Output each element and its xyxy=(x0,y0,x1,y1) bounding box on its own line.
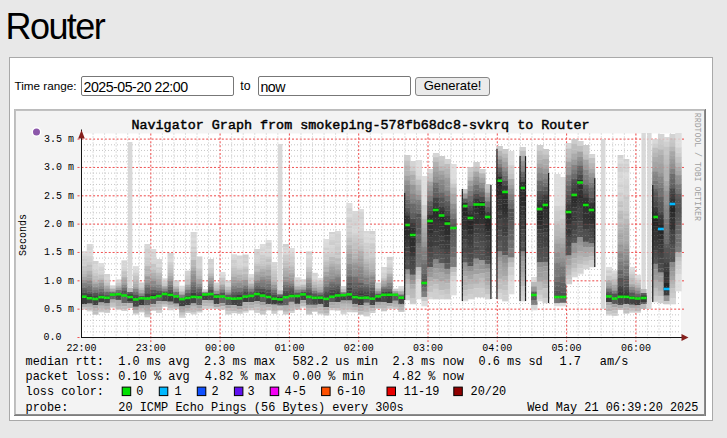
svg-text:0.10 % avg: 0.10 % avg xyxy=(118,370,189,384)
svg-text:6-10: 6-10 xyxy=(337,385,366,399)
svg-text:1.7: 1.7 xyxy=(560,355,581,369)
svg-text:2.0 m: 2.0 m xyxy=(44,219,74,230)
svg-text:2.3 ms now: 2.3 ms now xyxy=(393,355,465,369)
svg-text:3.0 m: 3.0 m xyxy=(44,162,74,173)
svg-text:02:00: 02:00 xyxy=(344,343,374,354)
svg-text:median rtt:: median rtt: xyxy=(26,355,105,369)
svg-text:0.6 ms sd: 0.6 ms sd xyxy=(479,355,543,369)
svg-text:am/s: am/s xyxy=(600,355,629,369)
svg-text:01:00: 01:00 xyxy=(274,343,304,354)
svg-text:0.00 % min: 0.00 % min xyxy=(293,370,364,384)
svg-text:1.0 m: 1.0 m xyxy=(44,276,74,287)
svg-text:4.82 % max: 4.82 % max xyxy=(205,370,276,384)
svg-text:3: 3 xyxy=(247,385,254,399)
svg-text:03:00: 03:00 xyxy=(413,343,443,354)
svg-text:2.3 ms max: 2.3 ms max xyxy=(204,355,275,369)
svg-text:1.0 ms avg: 1.0 ms avg xyxy=(118,355,189,369)
svg-text:Navigator Graph from smokeping: Navigator Graph from smokeping-578fb68dc… xyxy=(131,118,589,133)
svg-text:probe:: probe: xyxy=(26,401,69,415)
svg-text:RRDTOOL / TOBI OETIKER: RRDTOOL / TOBI OETIKER xyxy=(693,113,702,221)
svg-text:2: 2 xyxy=(212,385,219,399)
svg-text:4-5: 4-5 xyxy=(285,385,306,399)
svg-text:20 ICMP Echo Pings (56 Bytes): 20 ICMP Echo Pings (56 Bytes) every 300s xyxy=(118,401,403,415)
svg-text:06:00: 06:00 xyxy=(621,343,651,354)
svg-text:22:00: 22:00 xyxy=(66,343,96,354)
svg-text:0.0: 0.0 xyxy=(43,332,61,343)
svg-text:1.5 m: 1.5 m xyxy=(44,247,74,258)
svg-text:Wed May 21 06:39:20 2025: Wed May 21 06:39:20 2025 xyxy=(527,401,698,415)
svg-text:3.5 m: 3.5 m xyxy=(44,134,74,145)
svg-text:05:00: 05:00 xyxy=(552,343,582,354)
svg-text:11-19: 11-19 xyxy=(404,385,440,399)
svg-text:582.2 us min: 582.2 us min xyxy=(293,355,379,369)
svg-text:4.82 % now: 4.82 % now xyxy=(393,370,465,384)
svg-text:packet loss:: packet loss: xyxy=(26,370,112,384)
svg-text:00:00: 00:00 xyxy=(205,343,235,354)
svg-text:Seconds: Seconds xyxy=(18,214,29,256)
svg-text:2.5 m: 2.5 m xyxy=(44,191,74,202)
svg-text:1: 1 xyxy=(175,385,182,399)
svg-text:23:00: 23:00 xyxy=(136,343,166,354)
svg-text:0: 0 xyxy=(136,385,143,399)
svg-text:20/20: 20/20 xyxy=(471,385,507,399)
svg-text:0.5 m: 0.5 m xyxy=(44,304,74,315)
svg-text:loss color:: loss color: xyxy=(26,385,105,399)
svg-text:04:00: 04:00 xyxy=(482,343,512,354)
